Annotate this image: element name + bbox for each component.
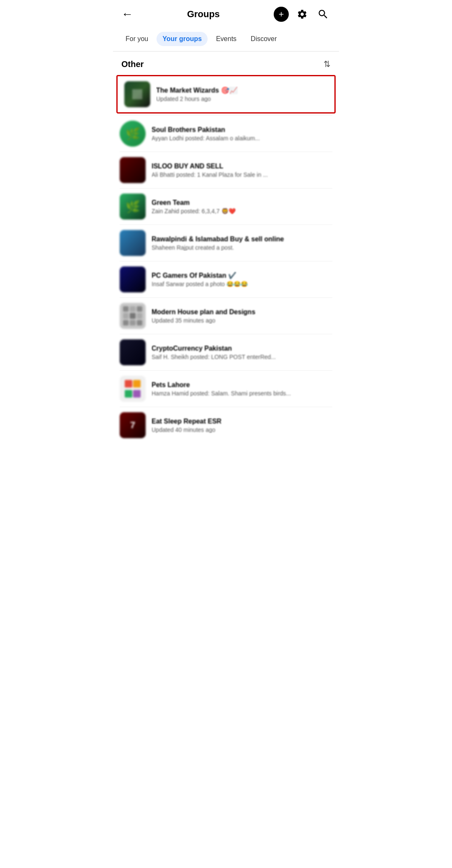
settings-button[interactable] [295,7,310,22]
sort-button[interactable]: ⇅ [324,59,331,69]
group-avatar [120,303,146,329]
group-name: CryptoCurrency Pakistan [152,345,332,352]
list-item[interactable]: Rawalpindi & Islamabad Buy & sell online… [113,225,339,261]
group-subtitle: Updated 40 minutes ago [152,426,332,433]
group-info: Rawalpindi & Islamabad Buy & sell online… [152,235,332,251]
list-item[interactable]: 7 Eat Sleep Repeat ESR Updated 40 minute… [113,407,339,443]
group-name: Green Team [152,199,332,207]
gear-icon [297,9,308,20]
group-avatar [120,230,146,256]
list-item[interactable]: 🌿 Green Team Zain Zahid posted: 6,3,4,7 … [113,189,339,225]
search-icon [317,8,329,20]
group-name: The Market Wizards 🎯📈 [156,86,238,94]
tab-your-groups[interactable]: Your groups [157,32,208,46]
section-title: Other [121,59,144,69]
group-avatar [120,339,146,365]
group-info: Modern House plan and Designs Updated 35… [152,308,332,324]
group-name: Eat Sleep Repeat ESR [152,418,332,425]
group-avatar: 7 [120,412,146,438]
back-button[interactable]: ← [121,8,133,20]
list-item[interactable]: Modern House plan and Designs Updated 35… [113,298,339,334]
group-subtitle: Zain Zahid posted: 6,3,4,7 🦁❤️ [152,208,332,214]
group-name: Modern House plan and Designs [152,308,332,316]
group-list: The Market Wizards 🎯📈 Updated 2 hours ag… [113,75,339,443]
group-subtitle: Ali Bhatti posted: 1 Kanal Plaza for Sal… [152,171,332,178]
group-subtitle: Shaheen Rajput created a post. [152,244,332,251]
group-subtitle: Ayyan Lodhi posted: Assalam o alaikum... [152,135,332,142]
header: ← Groups [113,0,339,28]
tab-events[interactable]: Events [210,32,242,46]
group-info: Green Team Zain Zahid posted: 6,3,4,7 🦁❤… [152,199,332,214]
page-title: Groups [187,9,220,20]
group-avatar [120,266,146,292]
group-name: Pets Lahore [152,381,332,389]
group-avatar: 🌿 [120,194,146,220]
section-header: Other ⇅ [113,52,339,73]
group-info: Soul Brothers Pakistan Ayyan Lodhi poste… [152,126,332,142]
group-info: ISLOO BUY AND SELL Ali Bhatti posted: 1 … [152,163,332,178]
list-item[interactable]: PC Gamers Of Pakistan ✔️ Insaf Sarwar po… [113,261,339,297]
header-icons [274,7,331,22]
group-subtitle: Insaf Sarwar posted a photo 😂😂😂 [152,281,332,287]
group-avatar-icon [131,88,144,101]
add-group-button[interactable] [274,7,289,22]
list-item[interactable]: The Market Wizards 🎯📈 Updated 2 hours ag… [116,75,336,114]
group-info: CryptoCurrency Pakistan Saif H. Sheikh p… [152,345,332,360]
group-avatar [120,376,146,402]
tabs-bar: For you Your groups Events Discover [113,28,339,52]
group-name: PC Gamers Of Pakistan ✔️ [152,271,332,279]
group-avatar [120,157,146,183]
group-avatar [124,81,150,107]
group-subtitle: Updated 2 hours ago [156,96,328,102]
list-item[interactable]: CryptoCurrency Pakistan Saif H. Sheikh p… [113,334,339,370]
group-subtitle: Saif H. Sheikh posted: LONG POST enterRe… [152,354,332,360]
group-info: PC Gamers Of Pakistan ✔️ Insaf Sarwar po… [152,271,332,287]
tab-discover[interactable]: Discover [245,32,282,46]
tab-for-you[interactable]: For you [120,32,154,46]
group-name: ISLOO BUY AND SELL [152,163,332,170]
list-item[interactable]: ISLOO BUY AND SELL Ali Bhatti posted: 1 … [113,152,339,188]
search-button[interactable] [316,7,331,22]
group-name: Soul Brothers Pakistan [152,126,332,134]
group-subtitle: Updated 35 minutes ago [152,317,332,324]
list-item[interactable]: Pets Lahore Hamza Hamid posted: Salam. S… [113,371,339,407]
add-icon [277,10,285,18]
list-item[interactable]: 🌿 Soul Brothers Pakistan Ayyan Lodhi pos… [113,116,339,152]
group-info: The Market Wizards 🎯📈 Updated 2 hours ag… [156,86,328,102]
group-subtitle: Hamza Hamid posted: Salam. Shami present… [152,390,332,397]
group-info: Eat Sleep Repeat ESR Updated 40 minutes … [152,418,332,433]
group-avatar: 🌿 [120,121,146,147]
avatar-text: 7 [130,420,135,431]
group-name: Rawalpindi & Islamabad Buy & sell online [152,235,332,243]
modern-avatar-pattern [120,303,146,329]
group-info: Pets Lahore Hamza Hamid posted: Salam. S… [152,381,332,397]
